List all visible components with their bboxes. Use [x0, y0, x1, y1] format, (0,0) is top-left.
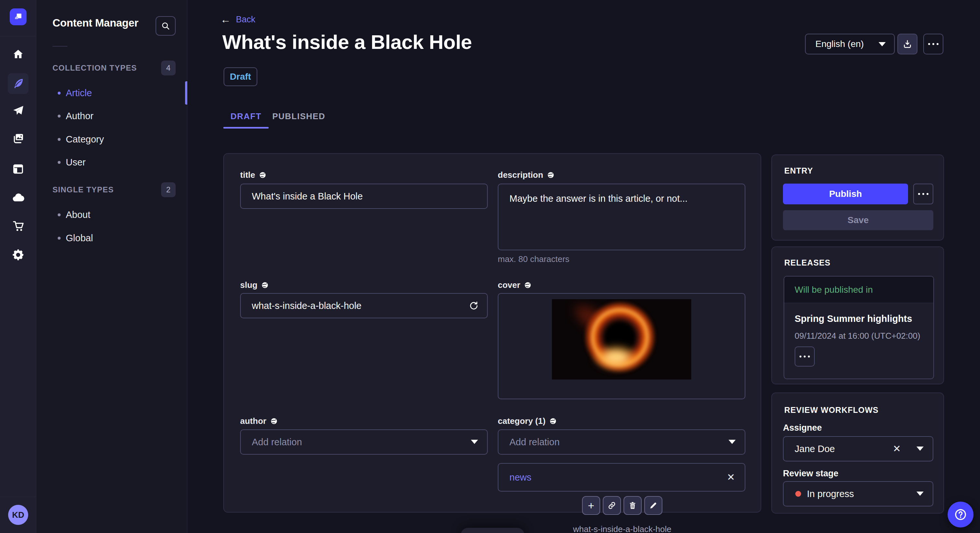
locale-select[interactable]: English (en) — [805, 34, 895, 54]
cover-filename: what-s-inside-a-black-hole — [498, 524, 746, 533]
slug-input[interactable]: what-s-inside-a-black-hole — [240, 293, 488, 318]
black-hole-glow — [593, 344, 639, 370]
release-more-actions-button[interactable] — [795, 346, 815, 366]
review-stage-select[interactable]: In progress — [783, 481, 933, 506]
field-label-author: author — [240, 416, 278, 426]
field-label-text: title — [240, 170, 255, 180]
description-hint: max. 80 characters — [498, 254, 570, 264]
export-button[interactable] — [897, 34, 918, 54]
sidebar-item-category[interactable]: Category — [36, 128, 187, 151]
layout-icon — [12, 163, 25, 176]
author-relation-select[interactable]: Add relation — [240, 429, 488, 455]
sidebar-item-article[interactable]: Article — [36, 81, 187, 105]
field-label-slug: slug — [240, 280, 269, 290]
images-icon — [12, 132, 25, 145]
arrow-left-icon: ← — [220, 14, 231, 25]
nav-home-button[interactable] — [8, 44, 29, 65]
save-button[interactable]: Save — [783, 210, 933, 230]
tab-published[interactable]: PUBLISHED — [277, 104, 320, 128]
single-types-count-badge: 2 — [161, 182, 176, 197]
field-label-title: title — [240, 170, 266, 180]
nav-marketplace-button[interactable] — [8, 216, 29, 236]
user-avatar[interactable]: KD — [8, 505, 28, 525]
clear-assignee-icon[interactable]: ✕ — [893, 444, 901, 454]
nav-content-type-builder-button[interactable] — [8, 159, 29, 179]
sidebar-item-author[interactable]: Author — [36, 104, 187, 128]
plus-icon: + — [588, 500, 594, 511]
section-label-single-types: SINGLE TYPES — [52, 185, 114, 194]
sidebar-item-label: Author — [66, 111, 93, 121]
tab-draft[interactable]: DRAFT — [223, 104, 269, 128]
help-button[interactable] — [948, 501, 974, 528]
field-label-text: slug — [240, 280, 257, 290]
cover-add-button[interactable]: + — [582, 496, 600, 515]
strapi-logo[interactable] — [10, 8, 27, 25]
cover-delete-button[interactable] — [624, 496, 642, 515]
author-placeholder: Add relation — [241, 437, 302, 447]
sidebar-item-label: Global — [66, 233, 93, 244]
active-item-indicator — [185, 81, 187, 105]
chevron-down-icon — [729, 440, 736, 444]
status-badge-label: Draft — [230, 71, 251, 82]
bottom-toolbar-partial[interactable] — [461, 528, 524, 533]
release-date: 09/11/2024 at 16:00 (UTC+02:00) — [795, 331, 920, 341]
publish-button[interactable]: Publish — [783, 184, 908, 204]
tab-label: PUBLISHED — [272, 111, 325, 121]
review-stage-value: In progress — [801, 489, 854, 499]
slug-input-value: what-s-inside-a-black-hole — [241, 300, 361, 311]
assignee-value: Jane Doe — [784, 444, 835, 454]
nav-content-manager-button[interactable] — [8, 73, 29, 94]
description-textarea[interactable]: Maybe the answer is in this article, or … — [498, 184, 745, 250]
nav-media-library-button[interactable] — [8, 128, 29, 149]
nav-deploy-button[interactable] — [8, 187, 29, 208]
title-input[interactable]: What's inside a Black Hole — [240, 184, 488, 209]
collection-types-count-badge: 4 — [161, 60, 176, 75]
cover-media-field: + — [498, 293, 745, 399]
assignee-select[interactable]: Jane Doe ✕ — [783, 436, 933, 462]
page-title: What's inside a Black Hole — [222, 30, 472, 54]
gear-icon — [12, 248, 25, 261]
sidebar-divider — [52, 46, 67, 47]
sidebar-item-label: Article — [66, 88, 92, 98]
feather-icon — [12, 77, 25, 90]
cover-actions-toolbar: + — [582, 496, 662, 515]
title-input-value: What's inside a Black Hole — [241, 191, 363, 202]
strapi-logo-icon — [13, 11, 24, 22]
sidebar-item-about[interactable]: About — [36, 203, 187, 226]
back-label: Back — [236, 14, 255, 25]
category-placeholder: Add relation — [498, 437, 560, 447]
sidebar-item-label: About — [66, 209, 91, 220]
entry-more-actions-button[interactable] — [913, 184, 933, 204]
category-relation-link[interactable]: news — [498, 472, 531, 483]
save-button-label: Save — [848, 215, 869, 225]
sidebar-search-button[interactable] — [156, 16, 176, 36]
content-manager-sidebar: Content Manager COLLECTION TYPES 4 Artic… — [36, 0, 187, 533]
cover-copy-link-button[interactable] — [603, 496, 621, 515]
sidebar-item-global[interactable]: Global — [36, 226, 187, 250]
bullet-icon — [58, 92, 60, 95]
remove-relation-icon[interactable]: ✕ — [727, 473, 735, 482]
field-label-description: description — [498, 170, 555, 180]
release-status: Will be published in — [784, 276, 933, 303]
bullet-icon — [58, 161, 60, 164]
ellipsis-icon — [800, 355, 810, 357]
description-value: Maybe the answer is in this article, or … — [498, 184, 688, 204]
assignee-label: Assignee — [783, 423, 822, 433]
cover-edit-button[interactable] — [644, 496, 662, 515]
back-link[interactable]: ← Back — [220, 14, 255, 25]
bullet-icon — [58, 237, 60, 240]
review-stage-label: Review stage — [783, 468, 838, 479]
category-relation-select[interactable]: Add relation — [498, 429, 745, 455]
sidebar-item-user[interactable]: User — [36, 151, 187, 174]
active-tab-underline — [223, 127, 269, 128]
cloud-icon — [12, 191, 25, 204]
nav-settings-button[interactable] — [8, 244, 29, 265]
chevron-down-icon — [878, 42, 886, 46]
bullet-icon — [58, 213, 60, 216]
regenerate-slug-button[interactable] — [469, 301, 479, 311]
sidebar-title: Content Manager — [52, 17, 138, 29]
header-more-actions-button[interactable] — [923, 34, 943, 54]
globe-icon — [261, 281, 269, 289]
refresh-icon — [469, 301, 479, 311]
nav-releases-button[interactable] — [8, 100, 29, 121]
